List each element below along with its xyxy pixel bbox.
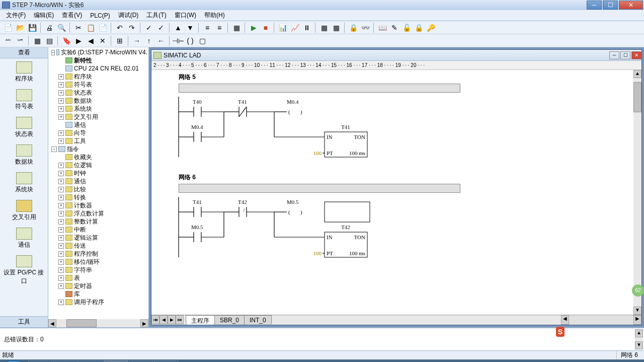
compile-all-button[interactable]: ✓: [156, 23, 166, 33]
nav-symbol-table[interactable]: 符号表: [0, 86, 48, 114]
line-left-button[interactable]: ←: [156, 36, 166, 46]
tree-interrupt[interactable]: +中断: [49, 226, 147, 234]
scroll-up-icon[interactable]: ▲: [633, 70, 641, 78]
menu-file[interactable]: 文件(F): [2, 10, 30, 21]
expand-icon[interactable]: +: [58, 74, 64, 80]
nav-program-block[interactable]: 程序块: [0, 58, 48, 86]
tree-table[interactable]: +表: [49, 274, 147, 282]
network-button[interactable]: ▦: [231, 23, 242, 33]
bookmark-button[interactable]: 🔖: [61, 36, 71, 46]
editor-vscroll[interactable]: ▲ ▼: [633, 70, 641, 315]
expand-icon[interactable]: +: [58, 163, 64, 168]
ime-badge[interactable]: S: [556, 327, 565, 337]
expand-icon[interactable]: +: [58, 300, 64, 305]
run-button[interactable]: ▶: [249, 23, 259, 33]
view1-button[interactable]: ▦: [32, 36, 42, 46]
tab-last-button[interactable]: ⏭: [176, 315, 184, 324]
line-up-button[interactable]: ↑: [144, 36, 154, 46]
expand-icon[interactable]: +: [58, 219, 64, 225]
key-button[interactable]: 🔑: [426, 23, 436, 33]
read-button[interactable]: 📖: [377, 23, 387, 33]
contact-button[interactable]: ⊣⊢: [173, 36, 183, 46]
nav-data-block[interactable]: 数据块: [0, 141, 48, 169]
tree-symbol-table[interactable]: +符号表: [49, 81, 147, 89]
expand-icon[interactable]: +: [58, 130, 64, 136]
menu-edit[interactable]: 编辑(E): [30, 10, 58, 21]
expand-icon[interactable]: +: [58, 227, 64, 233]
tree-bit-logic[interactable]: +位逻辑: [49, 161, 147, 169]
network-comment[interactable]: [179, 184, 460, 193]
nav-cross-ref[interactable]: 交叉引用: [0, 197, 48, 225]
status-button[interactable]: 📊: [278, 23, 288, 33]
view2-button[interactable]: ▤: [44, 36, 54, 46]
expand-icon[interactable]: +: [58, 138, 64, 144]
copy-button[interactable]: 📋: [86, 23, 96, 33]
save-button[interactable]: 💾: [27, 23, 37, 33]
prev-bookmark-button[interactable]: ◀: [86, 36, 96, 46]
tab-sbr0[interactable]: SBR_0: [214, 315, 245, 325]
insert-row-button[interactable]: ≡: [202, 23, 212, 33]
single-scan-button[interactable]: ▦: [319, 23, 329, 33]
stop-button[interactable]: ■: [261, 23, 271, 33]
tree-string[interactable]: +字符串: [49, 266, 147, 274]
tree-system-block[interactable]: +系统块: [49, 105, 147, 113]
download-button[interactable]: ▼: [185, 23, 195, 33]
expand-icon[interactable]: +: [58, 243, 64, 249]
tab-first-button[interactable]: ⏮: [151, 315, 159, 324]
minimize-button[interactable]: ─: [587, 1, 602, 10]
network-comment[interactable]: [179, 84, 460, 93]
collapse-icon[interactable]: −: [51, 50, 55, 55]
doc-minimize-button[interactable]: ─: [609, 51, 619, 59]
tree-compare[interactable]: +比较: [49, 185, 147, 193]
redo-button[interactable]: ↷: [127, 23, 137, 33]
new-button[interactable]: 📄: [3, 23, 13, 33]
tree-clock[interactable]: +时钟: [49, 169, 147, 177]
scroll-thumb[interactable]: [66, 319, 97, 327]
goggle-button[interactable]: 👓: [360, 23, 370, 33]
tab-main[interactable]: 主程序: [186, 315, 215, 325]
menu-tools[interactable]: 工具(T): [142, 10, 170, 21]
expand-icon[interactable]: +: [58, 195, 64, 200]
ladder-editor[interactable]: 网络 5 T40: [151, 70, 641, 315]
scroll-left-icon[interactable]: ◀: [561, 315, 569, 325]
nav-pgpc[interactable]: 设置 PG/PC 接口: [0, 252, 48, 288]
tree-logic[interactable]: +逻辑运算: [49, 234, 147, 242]
expand-icon[interactable]: +: [58, 179, 64, 184]
tree-wizard[interactable]: +向导: [49, 129, 147, 137]
expand-icon[interactable]: +: [58, 114, 64, 120]
scroll-down-icon[interactable]: ▼: [633, 307, 641, 315]
tree-comm[interactable]: 通信: [49, 121, 147, 129]
tree-program-block[interactable]: +程序块: [49, 73, 147, 81]
tree-int[interactable]: +整数计算: [49, 218, 147, 226]
tab-next-button[interactable]: ▶: [168, 315, 176, 324]
print-button[interactable]: 🖨: [44, 23, 54, 33]
project-tree[interactable]: −实验6 (D:\STEP 7-MicroWIN V4. 新特性 CPU 224…: [48, 47, 149, 327]
delete-row-button[interactable]: ≡: [214, 23, 224, 33]
tree-cross-ref[interactable]: +交叉引用: [49, 113, 147, 121]
compile-button[interactable]: ✓: [144, 23, 154, 33]
nav-comm[interactable]: 通信: [0, 225, 48, 252]
menu-window[interactable]: 窗口(W): [171, 10, 200, 21]
expand-icon[interactable]: +: [58, 211, 64, 216]
menu-plc[interactable]: PLC(P): [86, 11, 114, 20]
line-down-button[interactable]: →: [132, 36, 142, 46]
expand-icon[interactable]: +: [58, 171, 64, 176]
network-5[interactable]: 网络 5 T40: [164, 72, 629, 157]
tree-inst-comm[interactable]: +通信: [49, 177, 147, 185]
editor-hscroll[interactable]: ◀ ▶: [561, 315, 641, 325]
lock-button[interactable]: 🔒: [414, 23, 424, 33]
tree-status-table[interactable]: +状态表: [49, 89, 147, 97]
doc-close-button[interactable]: ✕: [631, 51, 641, 59]
preview-button[interactable]: 🔍: [56, 23, 66, 33]
tree-new-feature[interactable]: 新特性: [49, 56, 147, 64]
scroll-thumb[interactable]: [633, 82, 641, 112]
tree-hscroll[interactable]: ◀ ▶: [48, 319, 148, 327]
address-button[interactable]: ᴬᴮᶜ: [3, 36, 13, 46]
expand-icon[interactable]: +: [58, 283, 64, 289]
doc-maximize-button[interactable]: ☐: [620, 51, 630, 59]
pause-button[interactable]: ⏸: [302, 23, 312, 33]
tree-shift[interactable]: +移位/循环: [49, 258, 147, 266]
tree-lib[interactable]: 库: [49, 290, 147, 298]
expand-icon[interactable]: +: [58, 267, 64, 273]
paste-button[interactable]: 📄: [98, 23, 108, 33]
